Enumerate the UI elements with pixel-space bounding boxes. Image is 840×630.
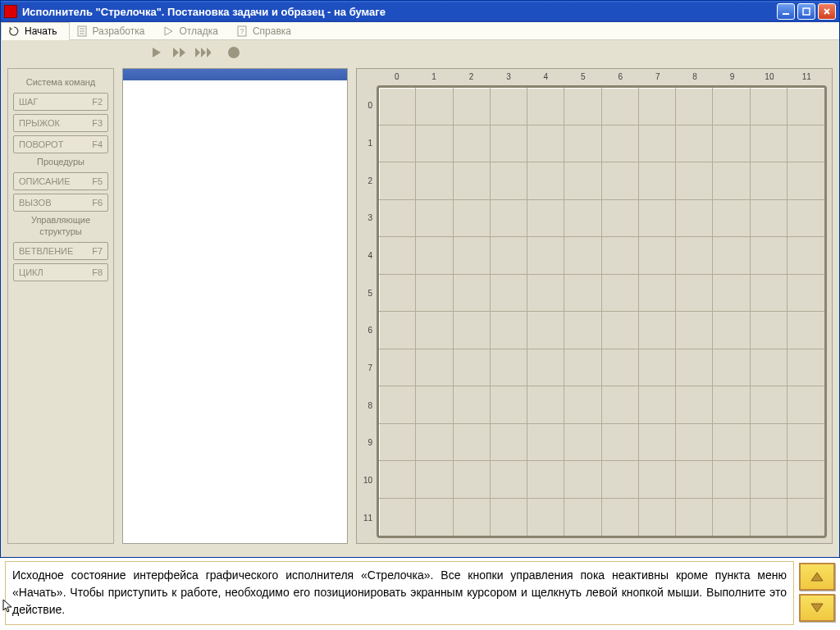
grid-cell (527, 424, 564, 462)
row-label: 11 (360, 499, 375, 536)
menu-start[interactable]: Начать (1, 22, 70, 40)
grid-cell (676, 237, 713, 275)
col-label: 11 (788, 72, 825, 84)
skip-forward-button (194, 44, 211, 61)
grid-cell (454, 275, 491, 313)
triangle-down-icon (810, 603, 824, 613)
grid-cell (379, 88, 416, 126)
grid-cell (713, 349, 750, 387)
grid-cell (416, 424, 453, 462)
grid-cell (788, 312, 824, 349)
col-label: 0 (378, 72, 415, 84)
grid-cell (602, 200, 639, 238)
grid-cell (788, 499, 824, 536)
minimize-button[interactable] (777, 3, 795, 20)
grid-cell (713, 162, 750, 200)
row-labels: 01234567891011 (360, 87, 375, 536)
grid-cell (491, 461, 527, 499)
grid-cell (788, 461, 824, 499)
grid-cell (491, 499, 527, 536)
footer: Исходное состояние интерфейса графическо… (0, 558, 840, 628)
grid-cell (527, 349, 564, 387)
row-label: 10 (360, 462, 375, 500)
grid-cell (602, 349, 639, 387)
grid-cell (416, 237, 453, 275)
cmd-branch: ВЕТВЛЕНИЕF7 (13, 242, 108, 260)
grid-cell (639, 126, 676, 163)
col-label: 4 (527, 72, 564, 84)
panel-heading-procedures: Процедуры (13, 157, 108, 167)
grid-cell (639, 424, 676, 462)
close-button[interactable] (818, 3, 836, 20)
stop-button (226, 44, 242, 61)
grid-cell (379, 499, 416, 536)
grid-cell (491, 200, 527, 238)
grid-cell (491, 275, 527, 313)
grid-cell (454, 162, 491, 200)
grid-cell (416, 349, 453, 387)
grid-cell (751, 88, 788, 126)
grid-cell (602, 499, 639, 536)
nav-up-button[interactable] (799, 563, 835, 591)
grid-cell (751, 349, 788, 387)
grid-cell (491, 386, 527, 424)
grid-cell (788, 424, 824, 462)
grid-cell (639, 88, 676, 126)
grid-cell (713, 126, 750, 163)
titlebar: Исполнитель "Стрелочка". Постановка зада… (1, 1, 839, 22)
command-panel: Система команд ШАГF2 ПРЫЖОКF3 ПОВОРОТF4 … (7, 68, 114, 544)
menu-start-label: Начать (25, 25, 57, 37)
grid-cell (639, 237, 676, 275)
col-label: 5 (564, 72, 601, 84)
panel-heading-commands: Система команд (13, 77, 108, 88)
grid-cell (416, 162, 453, 200)
grid-cell (564, 200, 601, 238)
grid-cell (788, 126, 824, 163)
grid-cell (564, 237, 601, 275)
grid-cell (751, 162, 788, 200)
grid-cell (379, 461, 416, 499)
grid-cell (788, 237, 824, 275)
grid-cell (491, 424, 527, 462)
nav-down-button[interactable] (799, 594, 835, 622)
close-icon (823, 7, 831, 16)
grid-cell (676, 424, 713, 462)
grid-cell (491, 126, 527, 163)
grid-cell (788, 386, 824, 424)
grid-frame (377, 85, 827, 538)
grid-cell (639, 461, 676, 499)
row-label: 8 (360, 386, 375, 424)
grid-cell (527, 275, 564, 313)
column-labels: 01234567891011 (378, 72, 825, 84)
grid-cell (751, 386, 788, 424)
menu-debug-label: Отладка (179, 25, 217, 37)
grid-cell (713, 200, 750, 238)
grid-cell (454, 461, 491, 499)
grid-cell (564, 499, 601, 536)
cmd-loop: ЦИКЛF8 (13, 263, 108, 281)
grid-cell (379, 126, 416, 163)
play-icon (151, 47, 162, 58)
grid-cell (602, 275, 639, 313)
cmd-call: ВЫЗОВF6 (13, 194, 108, 212)
grid-cell (676, 312, 713, 349)
grid-cell (564, 349, 601, 387)
grid-cell (788, 200, 824, 238)
row-label: 3 (360, 199, 375, 237)
grid-cell (379, 237, 416, 275)
grid-cell (676, 275, 713, 313)
maximize-button[interactable] (797, 3, 815, 20)
cursor-arrow-icon (2, 599, 14, 619)
grid-cell (564, 275, 601, 313)
grid-cell (713, 499, 750, 536)
grid-cell (639, 499, 676, 536)
svg-point-10 (228, 47, 240, 58)
grid-cell (713, 88, 750, 126)
col-label: 10 (751, 72, 788, 84)
code-editor[interactable] (122, 68, 348, 544)
grid-cell (527, 237, 564, 275)
grid-cell (676, 349, 713, 387)
grid-cell (416, 312, 453, 349)
grid-cell (676, 386, 713, 424)
grid-cell (713, 424, 750, 462)
